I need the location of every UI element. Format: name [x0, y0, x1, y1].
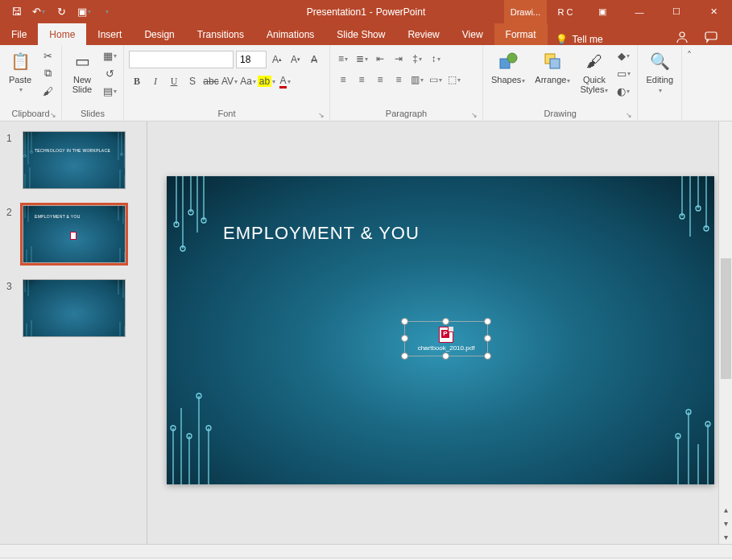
minimize-icon[interactable]: —: [621, 0, 658, 23]
start-from-beginning-icon[interactable]: ▣▾: [74, 2, 93, 22]
scrollbar-thumb[interactable]: [721, 258, 731, 379]
slide-title[interactable]: EMPLOYMENT & YOU: [223, 223, 420, 244]
resize-handle[interactable]: [484, 335, 491, 342]
thumbnail-slide-2[interactable]: EMPLOYMENT & YOU: [23, 205, 126, 263]
prev-slide-icon[interactable]: ▴: [719, 503, 732, 517]
section-icon[interactable]: ▤▾: [101, 83, 118, 99]
paste-button[interactable]: 📋 Paste ▾: [5, 47, 35, 95]
highlight-icon[interactable]: ab▾: [258, 73, 275, 89]
copy-icon[interactable]: ⧉: [39, 65, 56, 81]
clear-formatting-icon[interactable]: A̶: [306, 51, 322, 68]
quick-styles-button[interactable]: 🖌 Quick Styles▾: [577, 47, 611, 97]
undo-icon[interactable]: ↶▾: [29, 2, 48, 22]
resize-handle[interactable]: [442, 352, 449, 360]
group-editing: 🔍 Editing▾: [638, 45, 682, 121]
ribbon-display-options-icon[interactable]: ▣: [584, 0, 621, 23]
tab-home[interactable]: Home: [38, 23, 86, 45]
group-font: A▴ A▾ A̶ B I U S abc AV▾ Aa▾ ab▾ A▾ Font…: [124, 45, 330, 121]
paragraph-launcher-icon[interactable]: ↘: [471, 111, 478, 119]
thumbnail-item[interactable]: 1 TECHNOLOGY IN THE WORKPLACE: [0, 128, 147, 202]
share-icon[interactable]: [674, 29, 690, 45]
collapse-ribbon-icon[interactable]: ˄: [682, 45, 697, 121]
font-launcher-icon[interactable]: ↘: [318, 111, 325, 119]
layout-icon[interactable]: ▦▾: [101, 47, 118, 64]
next-slide-icon[interactable]: ▾: [719, 517, 732, 530]
align-center-icon[interactable]: ≡: [354, 72, 370, 88]
tell-me[interactable]: 💡 Tell me: [548, 34, 611, 45]
group-slides: ▭ New Slide ▦▾ ↺ ▤▾ Slides: [62, 45, 124, 121]
save-icon[interactable]: 🖫: [6, 2, 26, 22]
window-title: Presentation1 - PowerPoint: [307, 6, 425, 18]
numbering-icon[interactable]: ≣▾: [354, 51, 370, 67]
font-size-input[interactable]: [236, 51, 267, 68]
tab-format[interactable]: Format: [494, 23, 548, 45]
editing-button[interactable]: 🔍 Editing▾: [643, 47, 676, 97]
shape-effects-icon[interactable]: ◐▾: [614, 83, 632, 99]
strikethrough-button[interactable]: abc: [203, 73, 219, 89]
clipboard-launcher-icon[interactable]: ↘: [50, 111, 56, 119]
align-text-icon[interactable]: ▭▾: [428, 72, 444, 88]
align-left-icon[interactable]: ≡: [335, 72, 351, 88]
format-painter-icon[interactable]: 🖌: [39, 83, 56, 99]
bold-button[interactable]: B: [129, 73, 145, 89]
tab-slideshow[interactable]: Slide Show: [325, 23, 396, 45]
arrange-icon: [540, 49, 565, 73]
font-color-icon[interactable]: A▾: [277, 73, 293, 89]
tab-view[interactable]: View: [451, 23, 494, 45]
drawing-launcher-icon[interactable]: ↘: [626, 111, 632, 119]
shape-fill-icon[interactable]: ◆▾: [614, 47, 632, 64]
slide-canvas[interactable]: EMPLOYMENT & YOU P chartbook_2010.pdf: [167, 176, 714, 484]
quick-styles-icon: 🖌: [582, 49, 606, 73]
shadow-button[interactable]: S: [184, 73, 201, 89]
thumbnail-item[interactable]: 2 EMPLOYMENT & YOU: [0, 202, 147, 276]
group-drawing: Shapes▾ Arrange▾ 🖌 Quick Styles▾ ◆▾ ▭▾ ◐…: [483, 45, 638, 121]
resize-handle[interactable]: [442, 318, 449, 325]
tab-review[interactable]: Review: [396, 23, 450, 45]
align-right-icon[interactable]: ≡: [372, 72, 388, 88]
resize-handle[interactable]: [484, 352, 491, 360]
resize-handle[interactable]: [484, 318, 491, 325]
tab-transitions[interactable]: Transitions: [186, 23, 255, 45]
character-spacing-icon[interactable]: AV▾: [221, 73, 238, 89]
resize-handle[interactable]: [401, 318, 408, 325]
new-slide-button[interactable]: ▭ New Slide: [67, 47, 97, 96]
cut-icon[interactable]: ✂: [39, 47, 56, 64]
maximize-icon[interactable]: ☐: [658, 0, 695, 23]
underline-button[interactable]: U: [166, 73, 182, 89]
tab-file[interactable]: File: [0, 23, 38, 45]
resize-handle[interactable]: [401, 352, 408, 360]
customize-qat-icon[interactable]: ▾: [97, 2, 116, 22]
thumbnail-slide-3[interactable]: [23, 279, 126, 337]
tab-animations[interactable]: Animations: [255, 23, 325, 45]
close-icon[interactable]: ✕: [695, 0, 732, 23]
justify-icon[interactable]: ≡: [391, 72, 407, 88]
embedded-object[interactable]: P chartbook_2010.pdf: [404, 321, 488, 356]
increase-indent-icon[interactable]: ⇥: [391, 51, 407, 67]
arrange-button[interactable]: Arrange▾: [531, 47, 573, 87]
line-spacing-icon[interactable]: ‡▾: [409, 51, 425, 67]
decrease-indent-icon[interactable]: ⇤: [372, 51, 388, 67]
shapes-button[interactable]: Shapes▾: [488, 47, 528, 87]
smartart-icon[interactable]: ⬚▾: [446, 72, 462, 88]
bullets-icon[interactable]: ≡▾: [335, 51, 351, 67]
vertical-scrollbar[interactable]: ▴ ▾ ▾: [718, 121, 732, 544]
reset-icon[interactable]: ↺: [101, 65, 118, 81]
tab-insert[interactable]: Insert: [86, 23, 133, 45]
redo-icon[interactable]: ↻: [52, 2, 71, 22]
resize-handle[interactable]: [401, 335, 408, 342]
shape-outline-icon[interactable]: ▭▾: [614, 65, 632, 81]
text-direction-icon[interactable]: ↕▾: [428, 51, 444, 67]
scroll-down-icon[interactable]: ▾: [719, 530, 732, 544]
columns-icon[interactable]: ▥▾: [409, 72, 425, 88]
app-name: PowerPoint: [376, 6, 425, 18]
user-badge[interactable]: R C: [547, 0, 584, 23]
increase-font-icon[interactable]: A▴: [269, 51, 285, 68]
decrease-font-icon[interactable]: A▾: [287, 51, 304, 68]
change-case-icon[interactable]: Aa▾: [240, 73, 256, 89]
comments-icon[interactable]: [703, 29, 719, 45]
tab-design[interactable]: Design: [133, 23, 185, 45]
thumbnail-slide-1[interactable]: TECHNOLOGY IN THE WORKPLACE: [23, 131, 126, 189]
italic-button[interactable]: I: [147, 73, 163, 89]
thumbnail-item[interactable]: 3: [0, 276, 147, 350]
font-name-input[interactable]: [129, 51, 234, 68]
